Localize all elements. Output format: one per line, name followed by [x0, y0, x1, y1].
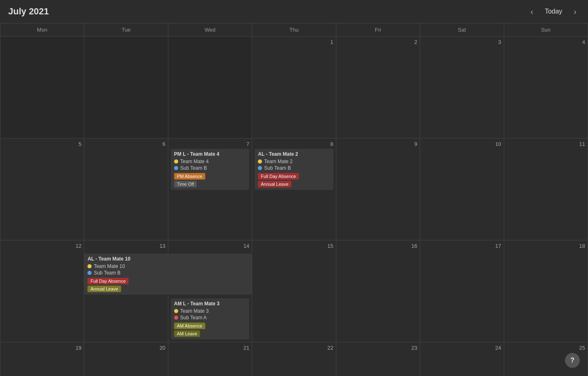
day-header-thu: Thu	[252, 23, 336, 37]
calendar-grid: 1 2 3 4 5 6 7 PM L - Team Mate 4 Team Ma…	[0, 37, 588, 376]
calendar-cell: 2	[336, 37, 420, 138]
event-title: PM L - Team Mate 4	[174, 151, 246, 157]
day-header-sun: Sun	[504, 23, 588, 37]
cell-date: 25	[507, 345, 585, 351]
calendar-cell-13: 13 AL - Team Mate 10 Team Mate 10 Sub Te…	[84, 240, 168, 342]
calendar-cell: 3	[420, 37, 504, 138]
person-name: Team Mate 2	[264, 159, 292, 164]
badge-annual-leave: Annual Leave	[258, 181, 291, 187]
event-card-7[interactable]: PM L - Team Mate 4 Team Mate 4 Sub Team …	[171, 149, 249, 190]
calendar-container: July 2021 ‹ Today › Mon Tue Wed Thu Fri …	[0, 0, 588, 376]
cell-date: 14	[171, 243, 249, 249]
event-team: Sub Team B	[258, 165, 330, 171]
person-name: Team Mate 3	[180, 308, 209, 314]
calendar-cell: 15	[252, 240, 336, 342]
cell-date: 1	[255, 39, 333, 45]
calendar-title: July 2021	[8, 6, 49, 17]
cell-date: 22	[255, 345, 333, 351]
calendar-cell: 16	[336, 240, 420, 342]
calendar-cell: 18	[504, 240, 588, 342]
team-dot	[87, 271, 92, 275]
calendar-cell: 12	[0, 240, 84, 342]
day-header-fri: Fri	[336, 23, 420, 37]
cell-date: 21	[171, 345, 249, 351]
person-dot	[87, 264, 92, 268]
event-badges: Full Day Absence Annual Leave	[258, 173, 330, 187]
cell-date: 10	[423, 141, 501, 147]
calendar-cell-7: 7 PM L - Team Mate 4 Team Mate 4 Sub Tea…	[168, 138, 252, 240]
cell-date: 19	[3, 345, 81, 351]
cell-date: 9	[339, 141, 417, 147]
badge-time-off: Time Off	[174, 181, 197, 187]
today-button[interactable]: Today	[541, 6, 567, 17]
event-person: Team Mate 2	[258, 159, 330, 164]
cell-date: 17	[423, 243, 501, 249]
person-name: Team Mate 10	[94, 263, 125, 269]
cell-date: 7	[171, 141, 249, 147]
day-header-wed: Wed	[168, 23, 252, 37]
calendar-cell: 4	[504, 37, 588, 138]
cell-date: 20	[87, 345, 165, 351]
event-card-8[interactable]: AL - Team Mate 2 Team Mate 2 Sub Team B …	[255, 149, 333, 190]
cell-date: 23	[339, 345, 417, 351]
cell-date: 11	[507, 141, 585, 147]
calendar-cell: 1	[252, 37, 336, 138]
person-dot	[174, 309, 178, 313]
next-button[interactable]: ›	[570, 6, 580, 17]
calendar-cell: 19	[0, 342, 84, 376]
badge-full-day-absence: Full Day Absence	[258, 173, 299, 180]
event-team: Sub Team A	[174, 315, 246, 321]
calendar-cell	[168, 37, 252, 138]
cell-date: 24	[423, 345, 501, 351]
badge-full-day-absence: Full Day Absence	[87, 278, 129, 284]
event-card-13-span[interactable]: AL - Team Mate 10 Team Mate 10 Sub Team …	[84, 254, 252, 295]
nav-controls: ‹ Today ›	[527, 6, 580, 17]
cell-date: 12	[3, 243, 81, 249]
event-team: Sub Team B	[174, 165, 246, 171]
event-badges: PM Absence Time Off	[174, 173, 246, 187]
cell-date: 2	[339, 39, 417, 45]
person-dot	[174, 159, 178, 164]
cell-date: 15	[255, 243, 333, 249]
day-headers: Mon Tue Wed Thu Fri Sat Sun	[0, 23, 588, 37]
badge-annual-leave: Annual Leave	[87, 286, 121, 292]
day-header-mon: Mon	[0, 23, 84, 37]
team-name: Sub Team B	[94, 270, 120, 276]
day-header-sat: Sat	[420, 23, 504, 37]
cell-date: 18	[507, 243, 585, 249]
prev-button[interactable]: ‹	[527, 6, 537, 17]
calendar-cell	[84, 37, 168, 138]
event-title: AL - Team Mate 2	[258, 151, 330, 157]
calendar-cell: 9	[336, 138, 420, 240]
event-title: AM L - Team Mate 3	[174, 301, 246, 307]
badge-am-leave: AM Leave	[174, 330, 200, 337]
calendar-cell: 22	[252, 342, 336, 376]
badge-pm-absence: PM Absence	[174, 173, 205, 180]
calendar-cell: 23	[336, 342, 420, 376]
person-dot	[258, 159, 262, 164]
cell-date: 13	[87, 243, 165, 249]
cell-date: 8	[255, 141, 333, 147]
person-name: Team Mate 4	[180, 159, 209, 164]
team-name: Sub Team A	[180, 315, 207, 321]
calendar-cell: 24	[420, 342, 504, 376]
event-team: Sub Team B	[87, 270, 248, 276]
team-dot	[258, 166, 262, 170]
calendar-cell: 21	[168, 342, 252, 376]
calendar-cell	[0, 37, 84, 138]
calendar-cell-8: 8 AL - Team Mate 2 Team Mate 2 Sub Team …	[252, 138, 336, 240]
team-dot	[174, 166, 178, 170]
calendar-cell: 6	[84, 138, 168, 240]
event-person: Team Mate 10	[87, 263, 248, 269]
cell-date: 5	[3, 141, 81, 147]
help-button[interactable]: ?	[565, 353, 580, 368]
event-badges: Full Day Absence Annual Leave	[87, 278, 248, 292]
calendar-header: July 2021 ‹ Today ›	[0, 0, 588, 23]
event-title: AL - Team Mate 10	[87, 256, 248, 262]
day-header-tue: Tue	[84, 23, 168, 37]
event-person: Team Mate 3	[174, 308, 246, 314]
event-card-14[interactable]: AM L - Team Mate 3 Team Mate 3 Sub Team …	[171, 298, 249, 339]
calendar-cell: 5	[0, 138, 84, 240]
calendar-cell: 17	[420, 240, 504, 342]
calendar-cell: 20	[84, 342, 168, 376]
